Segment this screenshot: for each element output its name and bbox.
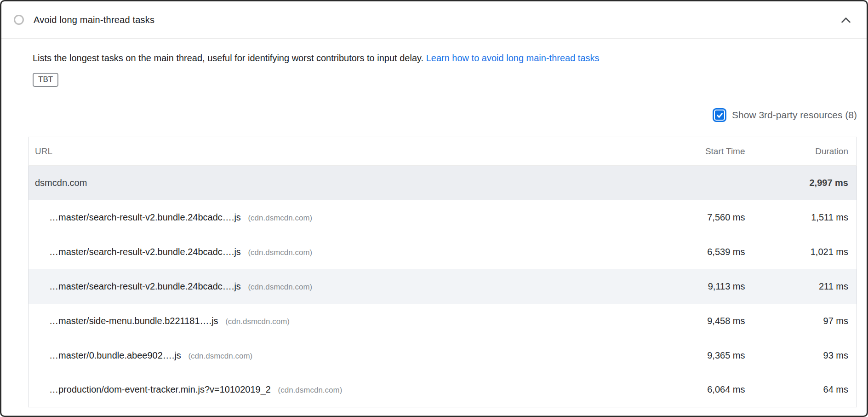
task-start-time: 9,365 ms xyxy=(643,338,754,373)
task-origin: (cdn.dsmcdn.com) xyxy=(248,214,312,222)
table-row: …production/dom-event-tracker.min.js?v=1… xyxy=(29,373,857,407)
tbt-metric-chip: TBT xyxy=(33,73,58,87)
task-start-time: 9,458 ms xyxy=(643,304,754,338)
third-party-filter-row: Show 3rd-party resources (8) xyxy=(28,108,857,122)
task-duration: 211 ms xyxy=(754,269,857,304)
third-party-checkbox[interactable] xyxy=(713,108,726,122)
task-url-cell: …master/search-result-v2.bundle.24bcadc…… xyxy=(29,269,643,304)
audit-title: Avoid long main-thread tasks xyxy=(34,15,841,25)
audit-body: Lists the longest tasks on the main thre… xyxy=(1,39,867,407)
task-start-time: 6,064 ms xyxy=(643,373,754,407)
task-duration: 64 ms xyxy=(754,373,857,407)
group-start-time xyxy=(643,166,754,200)
table-row: …master/search-result-v2.bundle.24bcadc…… xyxy=(29,200,857,235)
task-url-cell: …production/dom-event-tracker.min.js?v=1… xyxy=(29,373,643,407)
task-url: …master/side-menu.bundle.b221181….js xyxy=(49,316,218,326)
task-url: …production/dom-event-tracker.min.js?v=1… xyxy=(49,384,271,394)
third-party-checkbox-label[interactable]: Show 3rd-party resources (8) xyxy=(732,110,857,121)
learn-more-link[interactable]: Learn how to avoid long main-thread task… xyxy=(426,53,600,63)
audit-description: Lists the longest tasks on the main thre… xyxy=(33,51,857,65)
task-origin: (cdn.dsmcdn.com) xyxy=(248,248,312,257)
task-url: …master/0.bundle.abee902….js xyxy=(49,350,181,360)
checkmark-icon xyxy=(714,110,725,121)
group-url: dsmcdn.com xyxy=(29,166,643,200)
task-start-time: 6,539 ms xyxy=(643,235,754,269)
task-url-cell: …master/search-result-v2.bundle.24bcadc…… xyxy=(29,235,643,269)
task-origin: (cdn.dsmcdn.com) xyxy=(278,386,343,394)
task-start-time: 7,560 ms xyxy=(643,200,754,235)
table-row: …master/side-menu.bundle.b221181….js (cd… xyxy=(29,304,857,338)
task-duration: 1,021 ms xyxy=(754,235,857,269)
long-tasks-table: URL Start Time Duration dsmcdn.com 2,997… xyxy=(28,137,857,407)
task-origin: (cdn.dsmcdn.com) xyxy=(225,317,290,326)
column-header-url: URL xyxy=(29,137,643,166)
task-start-time: 9,113 ms xyxy=(643,269,754,304)
task-origin: (cdn.dsmcdn.com) xyxy=(248,283,312,291)
column-header-duration: Duration xyxy=(754,137,857,166)
table-row: …master/search-result-v2.bundle.24bcadc…… xyxy=(29,269,857,304)
chevron-up-icon[interactable] xyxy=(841,17,851,23)
table-header-row: URL Start Time Duration xyxy=(29,137,857,166)
task-url-cell: …master/0.bundle.abee902….js (cdn.dsmcdn… xyxy=(29,338,643,373)
task-origin: (cdn.dsmcdn.com) xyxy=(188,352,252,360)
task-duration: 97 ms xyxy=(754,304,857,338)
table-row: …master/0.bundle.abee902….js (cdn.dsmcdn… xyxy=(29,338,857,373)
audit-header[interactable]: Avoid long main-thread tasks xyxy=(1,1,867,39)
task-url: …master/search-result-v2.bundle.24bcadc…… xyxy=(49,212,241,222)
task-url: …master/search-result-v2.bundle.24bcadc…… xyxy=(49,281,241,291)
task-url: …master/search-result-v2.bundle.24bcadc…… xyxy=(49,247,241,257)
group-duration: 2,997 ms xyxy=(754,166,857,200)
group-row: dsmcdn.com 2,997 ms xyxy=(29,166,857,200)
description-text: Lists the longest tasks on the main thre… xyxy=(33,53,423,63)
task-url-cell: …master/side-menu.bundle.b221181….js (cd… xyxy=(29,304,643,338)
task-duration: 1,511 ms xyxy=(754,200,857,235)
table-row: …master/search-result-v2.bundle.24bcadc…… xyxy=(29,235,857,269)
audit-panel: Avoid long main-thread tasks Lists the l… xyxy=(0,0,868,417)
task-url-cell: …master/search-result-v2.bundle.24bcadc…… xyxy=(29,200,643,235)
column-header-start-time: Start Time xyxy=(643,137,754,166)
informative-circle-icon xyxy=(14,15,24,25)
task-duration: 93 ms xyxy=(754,338,857,373)
